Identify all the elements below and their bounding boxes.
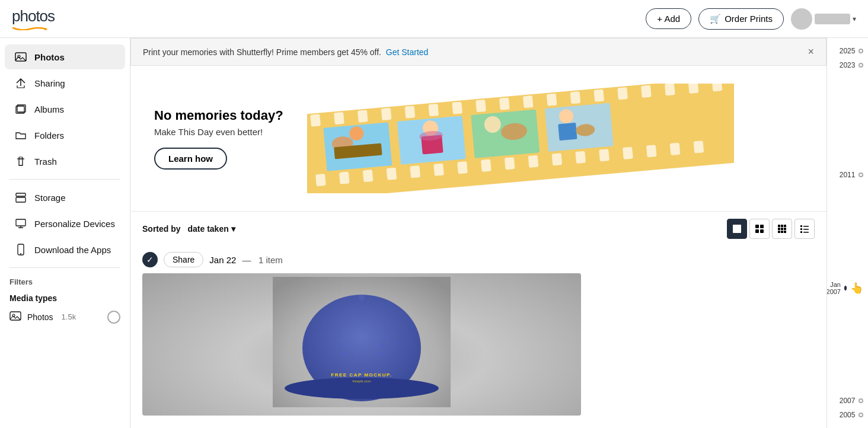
view-large-button[interactable] [727, 219, 747, 239]
timeline-year-2007: 2007 [832, 395, 855, 406]
sidebar-item-sharing[interactable]: Sharing [5, 71, 125, 95]
sidebar-item-albums[interactable]: Albums [5, 97, 125, 122]
svg-rect-75 [778, 228, 780, 230]
storage-icon [14, 191, 27, 204]
main-layout: Photos Sharing Albums Folders Trash [0, 38, 868, 428]
svg-rect-6 [19, 157, 23, 159]
sidebar-item-personalize[interactable]: Personalize Devices [5, 211, 125, 236]
sidebar-item-download[interactable]: Download the Apps [5, 237, 125, 262]
sidebar-item-storage[interactable]: Storage [5, 185, 125, 210]
view-small-button[interactable] [772, 219, 792, 239]
table-row[interactable]: FREE CAP MOCKUP. freepik.com [142, 273, 581, 416]
order-prints-button[interactable]: 🛒 Order Prints [698, 8, 784, 30]
memories-text: No memories today? Make This Day even be… [154, 108, 283, 170]
timeline-entry-2005[interactable]: 2005 [827, 408, 868, 422]
svg-rect-8 [16, 197, 25, 202]
svg-rect-74 [784, 225, 786, 227]
timeline-entry-2007[interactable]: 2007 [827, 394, 868, 408]
svg-rect-51 [693, 140, 704, 153]
svg-rect-80 [784, 231, 786, 233]
svg-rect-48 [623, 147, 633, 159]
svg-rect-33 [688, 84, 698, 94]
timeline-dot-2007[interactable] [859, 398, 863, 403]
svg-rect-24 [476, 100, 486, 112]
view-list-button[interactable] [794, 219, 815, 239]
svg-rect-76 [781, 228, 783, 230]
svg-point-92 [339, 343, 343, 347]
share-button[interactable]: Share [164, 252, 203, 267]
svg-point-93 [342, 352, 346, 356]
svg-rect-49 [646, 145, 657, 157]
svg-rect-86 [803, 232, 809, 233]
svg-point-96 [378, 352, 381, 356]
media-type-photos-label: Photos [27, 312, 53, 322]
avatar-area[interactable]: ▾ [791, 8, 856, 30]
select-group-button[interactable]: ✓ [142, 252, 158, 267]
header: photos + Add 🛒 Order Prints ▾ [0, 0, 868, 38]
svg-rect-43 [504, 157, 515, 170]
sort-chevron-icon: ▾ [231, 224, 235, 234]
memories-subtitle: Make This Day even better! [154, 127, 283, 137]
svg-rect-77 [784, 228, 786, 230]
svg-rect-34 [711, 84, 722, 91]
photos-icon [14, 50, 27, 63]
svg-rect-82 [803, 226, 809, 227]
promo-banner: Print your memories with Shutterfly! Pri… [130, 38, 826, 66]
memories-section: No memories today? Make This Day even be… [130, 66, 826, 211]
timeline-dot-2005[interactable] [859, 413, 863, 417]
media-type-photos-row[interactable]: Photos 1.5k [0, 305, 130, 328]
svg-rect-32 [665, 84, 675, 95]
svg-rect-71 [760, 229, 764, 233]
sort-bar: Sorted by date taken ▾ [130, 211, 826, 246]
media-type-photos-icon [9, 310, 21, 324]
sort-select[interactable]: Sorted by date taken ▾ [142, 224, 235, 234]
svg-rect-21 [404, 106, 415, 118]
filters-label: Filters [0, 273, 130, 289]
timeline-dot-2025[interactable] [859, 49, 863, 53]
svg-rect-47 [599, 149, 609, 161]
sidebar-divider-2 [9, 267, 120, 268]
svg-rect-19 [358, 110, 368, 122]
group-count: — 1 item [242, 255, 282, 265]
svg-rect-44 [528, 155, 538, 168]
view-medium-button[interactable] [749, 219, 770, 239]
svg-text:FREE CAP MOCKUP.: FREE CAP MOCKUP. [331, 372, 392, 378]
svg-rect-37 [362, 170, 373, 182]
svg-rect-25 [499, 97, 510, 110]
sidebar-item-photos[interactable]: Photos [5, 44, 125, 69]
svg-rect-85 [800, 231, 802, 233]
sort-label: Sorted by [142, 224, 181, 234]
banner-close-button[interactable]: × [808, 46, 814, 58]
timeline-entry-2025[interactable]: 2025 [827, 44, 868, 58]
svg-point-91 [336, 334, 340, 338]
svg-text:freepik.com: freepik.com [352, 379, 371, 383]
timeline-rail: 2025 2023 2011 Jan 2007 👆 2007 2005 [826, 38, 868, 428]
timeline-entry-jan2007[interactable]: Jan 2007 👆 [827, 278, 868, 298]
personalize-icon [14, 217, 27, 230]
svg-rect-28 [570, 91, 580, 104]
timeline-dot-jan2007[interactable] [844, 286, 847, 290]
svg-point-95 [381, 343, 384, 347]
sidebar-item-folders[interactable]: Folders [5, 123, 125, 148]
media-type-photos-radio[interactable] [107, 311, 120, 324]
banner-link[interactable]: Get Started [386, 47, 429, 57]
svg-rect-9 [16, 219, 25, 226]
svg-point-13 [20, 253, 21, 254]
memories-title: No memories today? [154, 108, 283, 123]
albums-icon [14, 103, 27, 116]
timeline-entry-2023[interactable]: 2023 [827, 58, 868, 72]
timeline-dot-2023[interactable] [859, 63, 863, 68]
cursor-icon: 👆 [850, 282, 863, 295]
svg-rect-70 [755, 229, 759, 233]
timeline-entry-2011[interactable]: 2011 [827, 168, 868, 182]
svg-rect-46 [575, 151, 586, 164]
sidebar-storage-label: Storage [34, 193, 66, 203]
banner-text: Print your memories with Shutterfly! Pri… [143, 47, 428, 57]
svg-rect-39 [410, 165, 420, 178]
add-button[interactable]: + Add [646, 8, 691, 29]
svg-rect-38 [386, 168, 397, 180]
timeline-dot-2011[interactable] [859, 173, 863, 177]
learn-how-button[interactable]: Learn how [154, 148, 227, 170]
sidebar-item-trash[interactable]: Trash [5, 149, 125, 174]
svg-rect-31 [641, 85, 652, 98]
